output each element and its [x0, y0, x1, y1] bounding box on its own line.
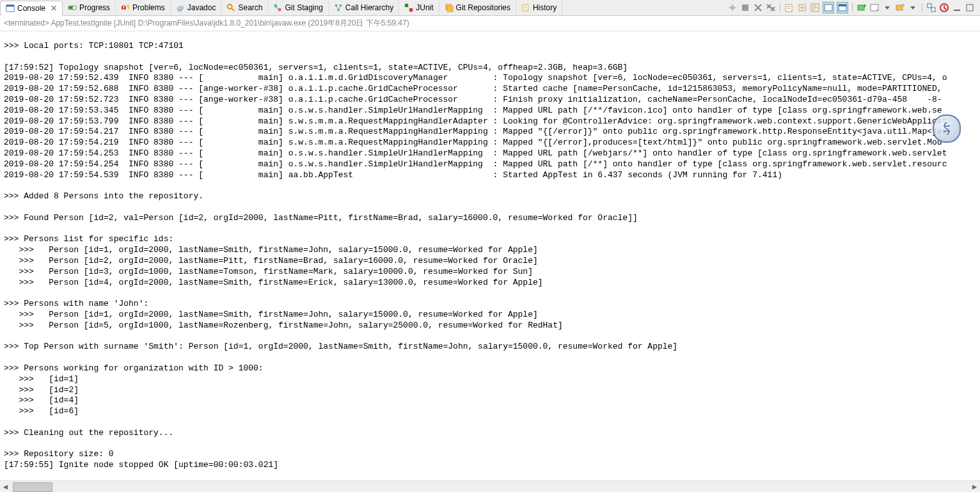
- svg-rect-45: [931, 8, 935, 12]
- tab-console[interactable]: Console ✕: [0, 1, 63, 16]
- clear-console-button[interactable]: [784, 3, 794, 13]
- svg-rect-3: [69, 6, 73, 9]
- svg-rect-19: [409, 8, 413, 12]
- tab-label: Git Staging: [285, 3, 322, 12]
- tab-junit[interactable]: JUnit: [399, 0, 439, 15]
- git-staging-icon: [273, 3, 282, 12]
- show-on-stderr-button[interactable]: [837, 2, 848, 13]
- remove-all-launches-button[interactable]: [766, 3, 776, 13]
- tab-problems[interactable]: Problems: [116, 0, 171, 15]
- tab-git-repositories[interactable]: Git Repositories: [439, 0, 516, 15]
- junit-icon: [404, 3, 413, 12]
- svg-line-48: [944, 8, 946, 10]
- progress-icon: [68, 3, 77, 12]
- horizontal-scrollbar[interactable]: ◄ ►: [0, 480, 980, 492]
- view-toolbar: [727, 2, 980, 13]
- tab-label: Progress: [79, 3, 110, 12]
- tab-label: History: [533, 3, 557, 12]
- view-tab-bar: Console ✕ Progress Problems @: [0, 0, 980, 16]
- console-icon: [6, 4, 15, 13]
- red-circle-button[interactable]: [939, 3, 949, 13]
- tab-label: JUnit: [416, 3, 433, 12]
- svg-rect-1: [6, 5, 14, 7]
- link-with-editor-button[interactable]: [926, 3, 937, 13]
- tab-label: Call Hierarchy: [345, 3, 393, 12]
- scroll-right-arrow[interactable]: ►: [969, 481, 980, 492]
- maximize-view-button[interactable]: [965, 3, 975, 13]
- console-output-area[interactable]: >>> Local ports: TCP:10801 TCP:47101 [17…: [0, 31, 980, 480]
- svg-rect-10: [274, 4, 277, 7]
- remove-launch-button[interactable]: [753, 3, 763, 13]
- dropdown-menu-button[interactable]: [882, 3, 892, 13]
- svg-line-9: [232, 8, 234, 11]
- separator: [922, 3, 922, 12]
- display-selected-console-button[interactable]: [869, 3, 880, 13]
- svg-line-16: [336, 6, 338, 10]
- call-hierarchy-icon: [334, 3, 343, 12]
- separator: [780, 3, 780, 12]
- tabs-left-group: Console ✕ Progress Problems @: [0, 0, 562, 15]
- scroll-left-arrow[interactable]: ◄: [0, 481, 11, 492]
- svg-rect-21: [447, 6, 453, 12]
- new-console-view-button[interactable]: [895, 3, 905, 13]
- svg-text:@: @: [177, 4, 184, 12]
- scroll-lock-button[interactable]: [797, 3, 807, 13]
- svg-rect-6: [123, 9, 125, 10]
- dropdown-menu-button-2[interactable]: [908, 3, 918, 13]
- tab-search[interactable]: Search: [221, 0, 268, 15]
- svg-rect-26: [742, 4, 748, 11]
- svg-rect-5: [123, 6, 125, 8]
- tab-label: Javadoc: [187, 3, 216, 12]
- tab-label: Problems: [132, 3, 165, 12]
- pin-console-button[interactable]: [727, 3, 738, 13]
- svg-rect-41: [858, 5, 864, 10]
- tab-call-hierarchy[interactable]: Call Hierarchy: [329, 0, 399, 15]
- tab-label: Search: [238, 3, 262, 12]
- close-icon[interactable]: ✕: [51, 4, 57, 13]
- word-wrap-button[interactable]: [810, 3, 820, 13]
- scroll-thumb[interactable]: [13, 482, 52, 492]
- minimize-view-button[interactable]: [952, 3, 962, 13]
- tab-label: Git Repositories: [456, 3, 510, 12]
- svg-rect-43: [896, 5, 903, 10]
- svg-line-17: [338, 6, 341, 10]
- svg-rect-18: [405, 4, 408, 7]
- svg-point-8: [228, 4, 232, 9]
- search-icon: [226, 3, 235, 12]
- show-on-stdout-button[interactable]: [823, 2, 834, 13]
- svg-rect-40: [839, 4, 846, 6]
- tab-git-staging[interactable]: Git Staging: [268, 0, 328, 15]
- svg-rect-49: [954, 10, 960, 11]
- svg-rect-38: [825, 4, 832, 11]
- problems-icon: [121, 3, 130, 12]
- svg-rect-44: [928, 4, 931, 8]
- javadoc-icon: @: [176, 3, 185, 12]
- tab-history[interactable]: History: [516, 0, 562, 15]
- history-icon: [521, 3, 530, 12]
- open-console-button[interactable]: [857, 3, 867, 13]
- tab-progress[interactable]: Progress: [63, 0, 116, 15]
- tab-javadoc[interactable]: @ Javadoc: [171, 0, 222, 15]
- console-run-description: <terminated> AppTest.testIgnite [JUnit] …: [0, 16, 980, 31]
- git-repos-icon: [445, 3, 454, 12]
- terminate-button[interactable]: [740, 3, 750, 13]
- console-text[interactable]: >>> Local ports: TCP:10801 TCP:47101 [17…: [0, 40, 980, 472]
- svg-rect-50: [967, 4, 973, 11]
- tab-label: Console: [17, 4, 45, 13]
- separator: [852, 3, 853, 12]
